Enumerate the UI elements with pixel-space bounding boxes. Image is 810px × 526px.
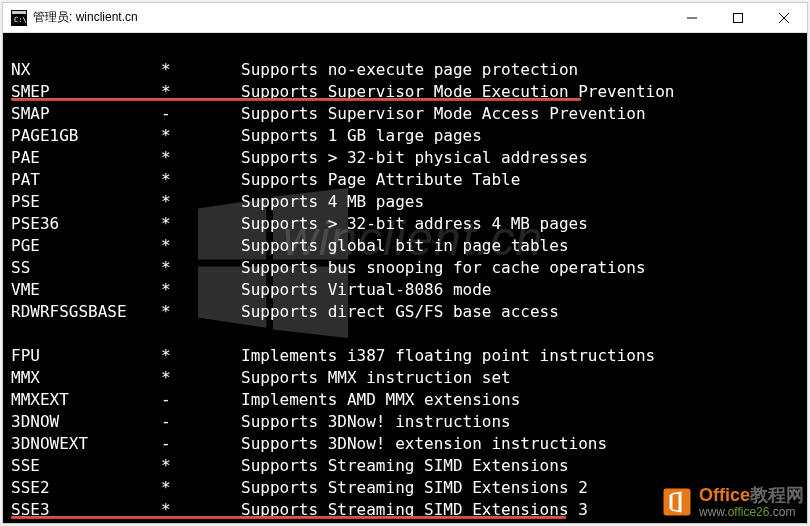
output-row: SMAP-Supports Supervisor Mode Access Pre… — [11, 103, 807, 125]
output-row: NX*Supports no-execute page protection — [11, 59, 807, 81]
terminal-output: NX*Supports no-execute page protectionSM… — [11, 37, 807, 521]
maximize-button[interactable] — [715, 3, 761, 32]
feature-description: Supports Virtual-8086 mode — [241, 279, 807, 301]
output-row: SS*Supports bus snooping for cache opera… — [11, 257, 807, 279]
feature-description: Supports direct GS/FS base access — [241, 301, 807, 323]
output-row: SSE*Supports Streaming SIMD Extensions — [11, 455, 807, 477]
highlight-underline-sse2 — [11, 516, 566, 519]
feature-flag: - — [161, 103, 241, 125]
office-url-suffix: .com — [769, 505, 795, 519]
titlebar-text: 管理员: winclient.cn — [33, 9, 669, 26]
highlight-underline-nx — [11, 98, 581, 101]
output-row: PSE36*Supports > 32-bit address 4 MB pag… — [11, 213, 807, 235]
output-row — [11, 323, 807, 345]
feature-name: MMXEXT — [11, 389, 161, 411]
output-row: PAT*Supports Page Attribute Table — [11, 169, 807, 191]
feature-flag: * — [161, 213, 241, 235]
feature-description: Implements AMD MMX extensions — [241, 389, 807, 411]
feature-description: Supports Streaming SIMD Extensions — [241, 455, 807, 477]
feature-flag: * — [161, 477, 241, 499]
feature-flag: * — [161, 345, 241, 367]
output-row: MMX*Supports MMX instruction set — [11, 367, 807, 389]
feature-description: Supports global bit in page tables — [241, 235, 807, 257]
feature-name: 3DNOW — [11, 411, 161, 433]
feature-flag: * — [161, 235, 241, 257]
output-row: PAE*Supports > 32-bit physical addresses — [11, 147, 807, 169]
feature-flag: * — [161, 169, 241, 191]
minimize-button[interactable] — [669, 3, 715, 32]
output-row: FPU*Implements i387 floating point instr… — [11, 345, 807, 367]
output-row: 3DNOWEXT-Supports 3DNow! extension instr… — [11, 433, 807, 455]
office-url-prefix: www. — [699, 505, 728, 519]
feature-description: Supports no-execute page protection — [241, 59, 807, 81]
feature-flag: - — [161, 433, 241, 455]
feature-flag: * — [161, 191, 241, 213]
feature-description: Supports 4 MB pages — [241, 191, 807, 213]
feature-description: Supports bus snooping for cache operatio… — [241, 257, 807, 279]
feature-name: PSE36 — [11, 213, 161, 235]
output-row: PSE*Supports 4 MB pages — [11, 191, 807, 213]
feature-flag: * — [161, 455, 241, 477]
output-row: PGE*Supports global bit in page tables — [11, 235, 807, 257]
svg-rect-4 — [734, 13, 743, 22]
feature-description: Supports > 32-bit physical addresses — [241, 147, 807, 169]
feature-description: Supports 1 GB large pages — [241, 125, 807, 147]
feature-description: Supports 3DNow! instructions — [241, 411, 807, 433]
feature-flag: * — [161, 257, 241, 279]
feature-description: Implements i387 floating point instructi… — [241, 345, 807, 367]
feature-description: Supports MMX instruction set — [241, 367, 807, 389]
output-row — [11, 37, 807, 59]
feature-name: PSE — [11, 191, 161, 213]
output-row: 3DNOW-Supports 3DNow! instructions — [11, 411, 807, 433]
office-watermark: Office教程网 www.office26.com — [659, 484, 804, 520]
output-row: RDWRFSGSBASE*Supports direct GS/FS base … — [11, 301, 807, 323]
feature-name: PAT — [11, 169, 161, 191]
console-window: C:\ 管理员: winclient.cn winclient.cn — [2, 2, 808, 524]
feature-description: Supports > 32-bit address 4 MB pages — [241, 213, 807, 235]
feature-name: RDWRFSGSBASE — [11, 301, 161, 323]
office-url-mid: office26 — [728, 505, 770, 519]
cmd-icon: C:\ — [11, 10, 27, 26]
feature-name: SS — [11, 257, 161, 279]
feature-name: 3DNOWEXT — [11, 433, 161, 455]
feature-name: NX — [11, 59, 161, 81]
feature-name: MMX — [11, 367, 161, 389]
svg-rect-1 — [12, 11, 26, 14]
feature-name: PGE — [11, 235, 161, 257]
feature-name: VME — [11, 279, 161, 301]
feature-name: PAGE1GB — [11, 125, 161, 147]
feature-description: Supports 3DNow! extension instructions — [241, 433, 807, 455]
feature-flag: * — [161, 367, 241, 389]
svg-text:C:\: C:\ — [14, 16, 27, 24]
feature-flag: - — [161, 411, 241, 433]
office-title-part1: Office — [699, 485, 750, 505]
feature-flag: * — [161, 279, 241, 301]
office-title-part2: 教程网 — [750, 485, 804, 505]
feature-name: FPU — [11, 345, 161, 367]
feature-flag: * — [161, 59, 241, 81]
feature-name: SSE2 — [11, 477, 161, 499]
feature-name: PAE — [11, 147, 161, 169]
output-row: MMXEXT-Implements AMD MMX extensions — [11, 389, 807, 411]
feature-name: SSE — [11, 455, 161, 477]
feature-flag: - — [161, 389, 241, 411]
office-watermark-text: Office教程网 www.office26.com — [699, 486, 804, 518]
feature-flag: * — [161, 301, 241, 323]
close-button[interactable] — [761, 3, 807, 32]
titlebar[interactable]: C:\ 管理员: winclient.cn — [3, 3, 807, 33]
feature-name: SMAP — [11, 103, 161, 125]
feature-description: Supports Page Attribute Table — [241, 169, 807, 191]
feature-flag: * — [161, 147, 241, 169]
terminal-area[interactable]: winclient.cn NX*Supports no-execute page… — [3, 33, 807, 523]
office-logo-icon — [659, 484, 695, 520]
output-row: VME*Supports Virtual-8086 mode — [11, 279, 807, 301]
feature-description: Supports Supervisor Mode Access Preventi… — [241, 103, 807, 125]
window-controls — [669, 3, 807, 32]
feature-flag: * — [161, 125, 241, 147]
output-row: PAGE1GB*Supports 1 GB large pages — [11, 125, 807, 147]
